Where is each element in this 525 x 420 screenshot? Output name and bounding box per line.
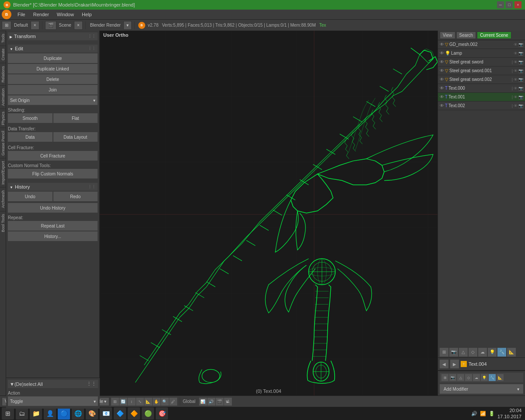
task-browser[interactable]: 🌐 (72, 407, 84, 420)
tab-animation[interactable]: Animation (0, 85, 6, 108)
undo-history-btn[interactable]: Undo History (8, 203, 98, 213)
window-controls[interactable]: ─ □ × (497, 1, 522, 8)
maximize-btn[interactable]: □ (506, 1, 513, 8)
tab-relations[interactable]: Relations (0, 63, 6, 85)
ri-icon-4[interactable]: ◇ (469, 348, 477, 357)
task-files[interactable]: 📁 (30, 407, 42, 420)
s2-icon-v[interactable]: | (512, 69, 513, 73)
menu-render[interactable]: Render (30, 11, 52, 18)
task-paint[interactable]: 🎨 (86, 407, 98, 420)
redo-btn[interactable]: Redo (53, 192, 98, 201)
set-origin-btn[interactable]: Set Origin ▾ (8, 95, 98, 105)
s1-icon-r[interactable]: 👁 (514, 60, 518, 64)
mod-icon-2[interactable]: 📷 (449, 374, 456, 381)
task-mail[interactable]: 📧 (100, 407, 112, 420)
scene-row-sword3[interactable]: 👁 ▽ Steel great sword.002 | 👁 📷 (438, 75, 525, 84)
task-red[interactable]: 🎯 (156, 407, 168, 420)
transform-header[interactable]: ▶Transform ⋮⋮ (8, 32, 98, 40)
sb-icon-g2[interactable]: 🔊 (207, 398, 215, 406)
start-btn[interactable]: ⊞ (2, 407, 14, 420)
render-icon-1[interactable]: 📷 (518, 42, 523, 47)
repeat-last-btn[interactable]: Repeat Last (8, 221, 98, 231)
flip-normals-btn[interactable]: Flip Custom Normals (8, 169, 98, 178)
task-blender[interactable]: 🔵 (58, 407, 70, 420)
current-scene-btn[interactable]: Current Scene (477, 32, 511, 39)
scene-icon[interactable]: 🎬 (45, 21, 56, 30)
smooth-btn[interactable]: Smooth (8, 113, 52, 123)
sb-icon-5[interactable]: 📐 (144, 398, 152, 406)
t0-icon-c[interactable]: 📷 (518, 86, 523, 91)
menu-help[interactable]: Help (78, 11, 95, 18)
scene-row-lamp[interactable]: 👁 💡 Lamp 👁 📷 (438, 49, 525, 58)
t0-icon-r[interactable]: 👁 (514, 86, 518, 91)
engine-dropdown[interactable]: ▾ (123, 21, 132, 30)
ri-icon-7[interactable]: 🔧 (497, 348, 506, 357)
layout-icon-btn[interactable]: ⊞ (2, 21, 11, 30)
tab-create[interactable]: Create (0, 46, 6, 63)
close-btn[interactable]: × (514, 1, 522, 8)
tab-grease-pencil[interactable]: Grease Pencil (0, 128, 6, 158)
t0-icon-v[interactable]: | (512, 86, 513, 91)
add-modifier-btn[interactable]: Add Modifier ▾ (440, 384, 523, 394)
ri-icon-2[interactable]: 📷 (449, 348, 458, 357)
ri-icon-6[interactable]: 💡 (488, 348, 497, 357)
duplicate-btn[interactable]: Duplicate (8, 53, 98, 63)
tab-physics[interactable]: Physics (0, 108, 6, 128)
menu-file[interactable]: File (14, 11, 29, 18)
sb-icon-2[interactable]: 🔄 (119, 398, 127, 406)
sb-icon-1[interactable]: ⊞ (111, 398, 119, 406)
viewport[interactable]: User Ortho (100, 31, 438, 396)
t2-icon-r[interactable]: 👁 (514, 104, 518, 108)
tab-tools[interactable]: Tools (0, 31, 6, 46)
scene-row-text002[interactable]: 👁 T Text.002 | 👁 📷 (438, 102, 525, 110)
scene-row-text001[interactable]: 👁 T Text.001 | 👁 📷 (438, 93, 525, 102)
s2-icon-c[interactable]: 📷 (518, 69, 523, 73)
mod-icon-4[interactable]: ◇ (465, 374, 472, 381)
obj-nav-right[interactable]: ▶ (450, 360, 459, 368)
data-layout-btn[interactable]: Data Layout (53, 132, 98, 142)
t2-icon-v[interactable]: | (512, 104, 513, 108)
undo-btn[interactable]: Undo (8, 192, 52, 201)
sb-icon-3[interactable]: ↕ (128, 398, 136, 406)
ri-icon-3[interactable]: △ (459, 348, 468, 357)
join-btn[interactable]: Join (8, 85, 98, 94)
edit-header[interactable]: ▼Edit ⋮⋮ (8, 45, 98, 52)
task-blue2[interactable]: 🔷 (114, 407, 126, 420)
scene-row-gdmesh[interactable]: 👁 ▽ GD_mesh.002 👁 📷 (438, 40, 525, 49)
sb-icon-g4[interactable]: 📽 (224, 398, 232, 406)
ri-icon-1[interactable]: ⊞ (440, 348, 448, 357)
task-green[interactable]: 🟢 (142, 407, 154, 420)
tab-import-export[interactable]: Import/Export (0, 158, 6, 187)
s3-icon-r[interactable]: 👁 (514, 77, 518, 82)
mod-icon-6[interactable]: 💡 (481, 374, 488, 381)
deselect-header[interactable]: ▼(De)select All ⋮⋮ (8, 380, 98, 388)
duplicate-linked-btn[interactable]: Duplicate Linked (8, 64, 98, 74)
mod-icon-3[interactable]: △ (457, 374, 464, 381)
scene-close[interactable]: × (74, 21, 83, 30)
s3-icon-v[interactable]: | (512, 77, 513, 82)
sb-icon-g3[interactable]: 🎬 (216, 398, 224, 406)
mod-icon-7[interactable]: 🔧 (489, 374, 496, 381)
sb-icon-g1[interactable]: 📊 (199, 398, 207, 406)
s1-icon-c[interactable]: 📷 (518, 60, 523, 64)
obj-nav-left[interactable]: ◀ (440, 360, 448, 368)
history-header[interactable]: ▼History ⋮⋮ (8, 183, 98, 191)
mod-icon-1[interactable]: ⊞ (441, 374, 448, 381)
ri-icon-8[interactable]: 📐 (507, 348, 516, 357)
delete-btn[interactable]: Delete (8, 74, 98, 84)
scene-row-text000[interactable]: 👁 T Text.000 | 👁 📷 (438, 84, 525, 93)
ri-icon-5[interactable]: ☁ (478, 348, 487, 357)
flat-btn[interactable]: Flat (53, 113, 98, 123)
lamp-icon-v[interactable]: 👁 (514, 51, 518, 56)
mod-icon-5[interactable]: ☁ (473, 374, 480, 381)
search-btn[interactable]: Search (456, 32, 476, 39)
layout-close[interactable]: × (31, 21, 39, 30)
task-orange[interactable]: 🔶 (128, 407, 140, 420)
task-explorer[interactable]: 🗂 (16, 407, 28, 420)
task-person[interactable]: 👤 (44, 407, 56, 420)
t1-icon-v[interactable]: | (512, 95, 513, 99)
scene-row-sword1[interactable]: 👁 ▽ Steel great sword | 👁 📷 (438, 58, 525, 66)
cell-fracture-btn[interactable]: Cell Fracture (8, 151, 98, 161)
t1-icon-r[interactable]: 👁 (514, 95, 518, 99)
mod-icon-8[interactable]: 📐 (497, 374, 504, 381)
